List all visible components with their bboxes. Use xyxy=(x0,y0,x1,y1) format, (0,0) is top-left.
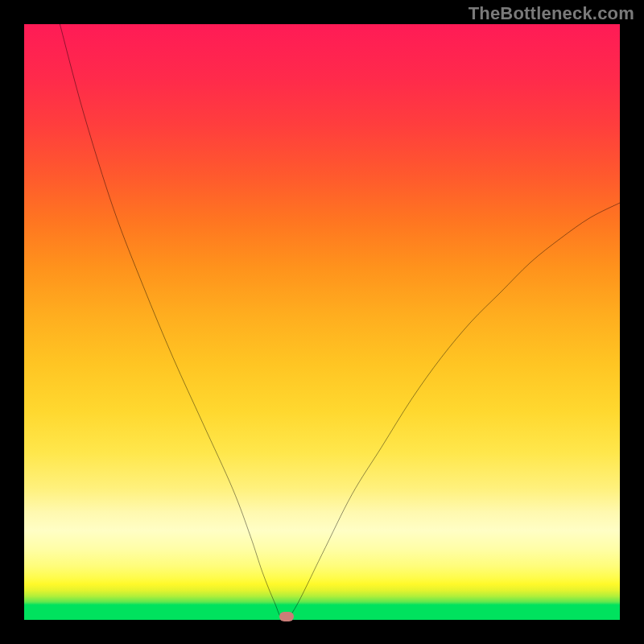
plot-area xyxy=(24,24,620,620)
bottleneck-curve-path xyxy=(60,24,620,620)
optimal-point-marker xyxy=(279,612,294,621)
chart-frame: TheBottleneck.com xyxy=(0,0,644,644)
watermark-text: TheBottleneck.com xyxy=(469,3,634,24)
curve-svg xyxy=(24,24,620,620)
